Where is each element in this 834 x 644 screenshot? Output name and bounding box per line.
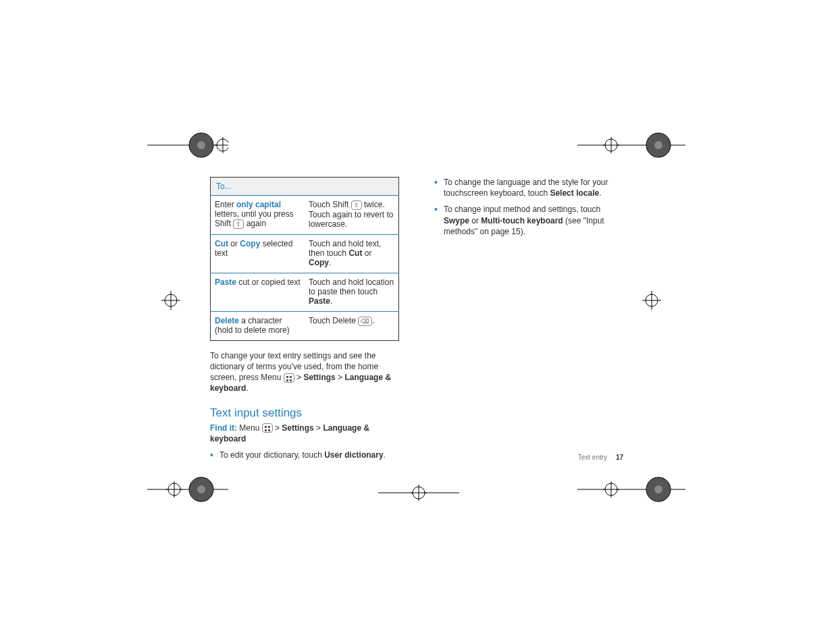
menu-key-icon [284, 373, 294, 383]
delete-key-icon: ⌫ [358, 317, 372, 326]
svg-point-8 [605, 139, 617, 151]
find-it-line: Find it: Menu > Settings > Language & ke… [210, 423, 399, 444]
settings-paragraph: To change your text entry settings and s… [210, 350, 399, 394]
row-instruction: Touch and hold text, then touch Cut or C… [305, 234, 399, 273]
svg-point-17 [646, 294, 658, 306]
svg-point-27 [413, 487, 425, 499]
page-number: 17 [616, 454, 623, 461]
left-bullet-list: To edit your dictionary, touch User dict… [210, 450, 399, 460]
svg-point-3 [197, 141, 205, 149]
list-item: To change the language and the style for… [434, 177, 623, 198]
svg-point-31 [605, 483, 617, 495]
table-row: Delete a character (hold to delete more)… [211, 311, 399, 340]
row-instruction: Touch Delete ⌫. [305, 311, 399, 340]
svg-point-14 [165, 294, 177, 306]
registration-mark-icon [577, 122, 685, 169]
table-row: Enter only capital letters, until you pr… [211, 196, 399, 235]
menu-key-icon [262, 423, 273, 433]
shift-key-icon: ⇧ [233, 219, 244, 229]
row-action: Cut or Copy selected text [211, 234, 305, 273]
actions-table: To... Enter only capital letters, until … [210, 177, 399, 341]
svg-point-12 [654, 141, 662, 149]
table-header-row: To... [211, 178, 399, 196]
svg-point-2 [189, 133, 213, 157]
table-header: To... [211, 178, 399, 196]
registration-mark-icon [147, 122, 228, 169]
registration-mark-icon [147, 466, 228, 513]
row-instruction: Touch and hold location to paste then to… [305, 273, 399, 311]
section-heading: Text input settings [210, 406, 399, 420]
list-item: To edit your dictionary, touch User dict… [210, 450, 399, 460]
svg-point-35 [654, 485, 662, 493]
table-row: Paste cut or copied text Touch and hold … [211, 273, 399, 311]
table-row: Cut or Copy selected text Touch and hold… [211, 234, 399, 273]
row-instruction: Touch Shift ⇧ twice. Touch again to reve… [305, 196, 399, 235]
row-action: Delete a character (hold to delete more) [211, 311, 305, 340]
svg-point-34 [646, 477, 671, 502]
page-footer: Text entry 17 [578, 454, 623, 461]
page-content: To... Enter only capital letters, until … [210, 177, 625, 466]
registration-mark-icon [577, 466, 685, 513]
svg-point-11 [646, 133, 671, 157]
registration-mark-icon [147, 277, 194, 324]
footer-section: Text entry [578, 454, 607, 461]
right-bullet-list: To change the language and the style for… [434, 177, 623, 237]
svg-point-22 [197, 485, 205, 493]
right-column: To change the language and the style for… [434, 177, 623, 466]
left-column: To... Enter only capital letters, until … [210, 177, 399, 466]
row-action: Paste cut or copied text [211, 273, 305, 311]
registration-mark-icon [628, 277, 675, 324]
shift-key-icon: ⇧ [351, 200, 362, 210]
row-action: Enter only capital letters, until you pr… [211, 196, 305, 235]
svg-point-4 [217, 139, 228, 151]
svg-point-21 [189, 477, 213, 502]
svg-point-23 [168, 483, 180, 495]
list-item: To change input method and settings, tou… [434, 204, 623, 237]
registration-mark-icon [378, 473, 459, 513]
